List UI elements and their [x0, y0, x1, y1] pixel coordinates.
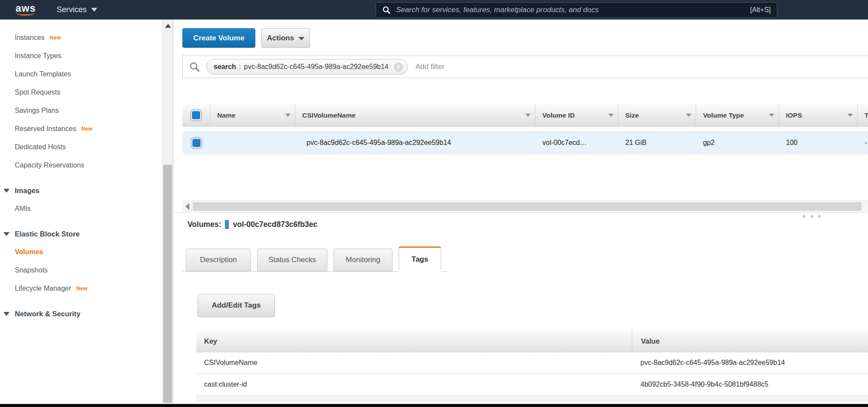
sidebar-section-images[interactable]: Images — [0, 181, 162, 200]
filter-bar[interactable]: search : pvc-8ac9d62c-c645-495a-989a-ac2… — [182, 56, 868, 78]
column-header-iops[interactable]: IOPS — [779, 104, 858, 126]
pane-divider — [174, 212, 868, 213]
checkbox-checked-icon — [192, 139, 201, 147]
sidebar-item-instances[interactable]: Instances New — [0, 29, 162, 47]
actions-button[interactable]: Actions — [261, 28, 310, 48]
scroll-up-icon[interactable] — [165, 24, 171, 28]
sort-icon[interactable] — [686, 114, 691, 117]
search-icon — [382, 6, 391, 14]
global-search[interactable]: [Alt+S] — [376, 2, 777, 18]
remove-filter-icon[interactable]: × — [394, 62, 403, 72]
row-checkbox-cell — [182, 137, 210, 149]
main-content: Create Volume Actions search : pvc-8ac9d… — [174, 20, 868, 404]
column-label: CSIVolumeName — [302, 112, 356, 119]
detail-heading: Volumes: vol-00c7ecd873c6fb3ec — [188, 220, 317, 229]
sidebar-item-launch-templates[interactable]: Launch Templates — [0, 65, 162, 83]
scroll-left-icon[interactable] — [185, 203, 189, 210]
cell-throughput: - — [858, 139, 868, 147]
aws-smile-icon — [17, 12, 35, 16]
column-header-volume-type[interactable]: Volume Type — [696, 104, 779, 126]
search-icon — [189, 61, 200, 72]
detail-heading-label: Volumes: — [188, 220, 221, 229]
tab-tags[interactable]: Tags — [399, 246, 441, 272]
sort-icon[interactable] — [525, 114, 531, 117]
column-header-name[interactable]: Name — [210, 104, 295, 126]
window-bottom-edge — [0, 404, 868, 407]
checkbox-checked-icon — [192, 111, 200, 119]
cell-csi-volume-name: pvc-8ac9d62c-c645-495a-989a-ac292ee59b14 — [295, 139, 535, 147]
tag-key: CSIVolumeName — [196, 359, 632, 367]
horizontal-scrollbar-thumb[interactable] — [193, 202, 861, 211]
sidebar-section-network-security[interactable]: Network & Security — [0, 305, 162, 323]
cell-volume-id: vol-00c7ecd… — [535, 139, 618, 147]
aws-logo-text: aws — [16, 4, 36, 13]
sidebar-item-instance-types[interactable]: Instance Types — [0, 47, 162, 65]
add-edit-tags-button[interactable]: Add/Edit Tags — [198, 294, 275, 317]
tab-description[interactable]: Description — [186, 249, 251, 271]
tag-value: 4b092cb5-3458-4f90-9b4c-5081bf9488c5 — [632, 374, 868, 395]
column-label: T — [865, 112, 868, 119]
global-search-input[interactable] — [396, 6, 746, 14]
select-all-checkbox[interactable] — [190, 109, 202, 121]
sidebar-nav: Instances New Instance Types Launch Temp… — [0, 20, 162, 404]
column-label: Volume ID — [542, 112, 575, 119]
services-label: Services — [56, 5, 86, 14]
new-badge: New — [76, 286, 88, 292]
new-badge: New — [81, 126, 92, 132]
sort-icon[interactable] — [769, 114, 774, 117]
sort-icon[interactable] — [285, 114, 290, 117]
filter-chip-key: search — [214, 63, 236, 71]
aws-ec2-console: aws Services [Alt+S] Instances New Insta… — [0, 0, 868, 407]
cell-size: 21 GiB — [618, 139, 696, 147]
aws-logo[interactable]: aws — [16, 4, 36, 16]
column-header-volume-id[interactable]: Volume ID — [535, 104, 618, 126]
tags-table: Key Value CSIVolumeName pvc-8ac9d62c-c64… — [196, 331, 868, 402]
column-label: Volume Type — [703, 112, 744, 119]
create-volume-button[interactable]: Create Volume — [182, 28, 255, 48]
sidebar-item-savings-plans[interactable]: Savings Plans — [0, 102, 162, 120]
top-navbar: aws Services [Alt+S] — [0, 0, 868, 20]
sidebar-item-capacity-reservations[interactable]: Capacity Reservations — [0, 156, 162, 174]
sidebar-item-lifecycle-manager[interactable]: Lifecycle Manager New — [0, 279, 162, 298]
sidebar-scrollbar[interactable] — [162, 20, 173, 404]
search-shortcut-hint: [Alt+S] — [750, 6, 771, 14]
horizontal-scrollbar[interactable] — [182, 200, 868, 212]
add-filter-input[interactable] — [416, 62, 511, 71]
services-menu[interactable]: Services — [56, 5, 97, 14]
sidebar-item-volumes[interactable]: Volumes — [0, 243, 162, 261]
tag-row: CSIVolumeName pvc-8ac9d62c-c645-495a-989… — [196, 352, 868, 374]
select-all-checkbox-cell — [182, 104, 210, 126]
column-header-csivolumename[interactable]: CSIVolumeName — [295, 104, 535, 126]
row-checkbox[interactable] — [191, 137, 202, 149]
actions-label: Actions — [267, 34, 294, 43]
tag-row: cast:cluster-id 4b092cb5-3458-4f90-9b4c-… — [196, 374, 868, 396]
sidebar-item-snapshots[interactable]: Snapshots — [0, 261, 162, 279]
selected-volume-id: vol-00c7ecd873c6fb3ec — [233, 220, 317, 229]
filter-chip-separator: : — [239, 63, 241, 71]
sidebar-item-reserved-instances[interactable]: Reserved Instances New — [0, 120, 162, 138]
tags-table-footer — [196, 396, 868, 402]
sidebar-item-spot-requests[interactable]: Spot Requests — [0, 83, 162, 102]
sidebar-scrollbar-thumb[interactable] — [163, 165, 172, 403]
filter-chip[interactable]: search : pvc-8ac9d62c-c645-495a-989a-ac2… — [206, 59, 408, 75]
tab-monitoring[interactable]: Monitoring — [333, 249, 393, 271]
section-collapse-icon — [3, 189, 10, 193]
volume-row-selected[interactable]: pvc-8ac9d62c-c645-495a-989a-ac292ee59b14… — [182, 131, 868, 154]
volumes-table: Name CSIVolumeName Volume ID Size Volume… — [182, 104, 868, 154]
column-label: Size — [625, 112, 639, 119]
pane-resize-handle[interactable] — [802, 215, 821, 218]
selection-bar-icon — [225, 220, 229, 229]
sidebar-section-elastic-block-store[interactable]: Elastic Block Store — [0, 225, 162, 243]
column-header-size[interactable]: Size — [618, 104, 696, 126]
filter-chip-value: pvc-8ac9d62c-c645-495a-989a-ac292ee59b14 — [244, 63, 389, 71]
volumes-table-header: Name CSIVolumeName Volume ID Size Volume… — [182, 104, 868, 127]
column-header-throughput[interactable]: T — [858, 104, 868, 126]
sidebar-item-dedicated-hosts[interactable]: Dedicated Hosts — [0, 138, 162, 156]
sidebar-item-amis[interactable]: AMIs — [0, 200, 162, 218]
column-header-key: Key — [196, 331, 632, 352]
tab-status-checks[interactable]: Status Checks — [257, 249, 327, 271]
chevron-down-icon — [298, 37, 304, 40]
sort-icon[interactable] — [848, 114, 853, 117]
sort-icon[interactable] — [608, 114, 614, 117]
chevron-down-icon — [91, 8, 97, 12]
